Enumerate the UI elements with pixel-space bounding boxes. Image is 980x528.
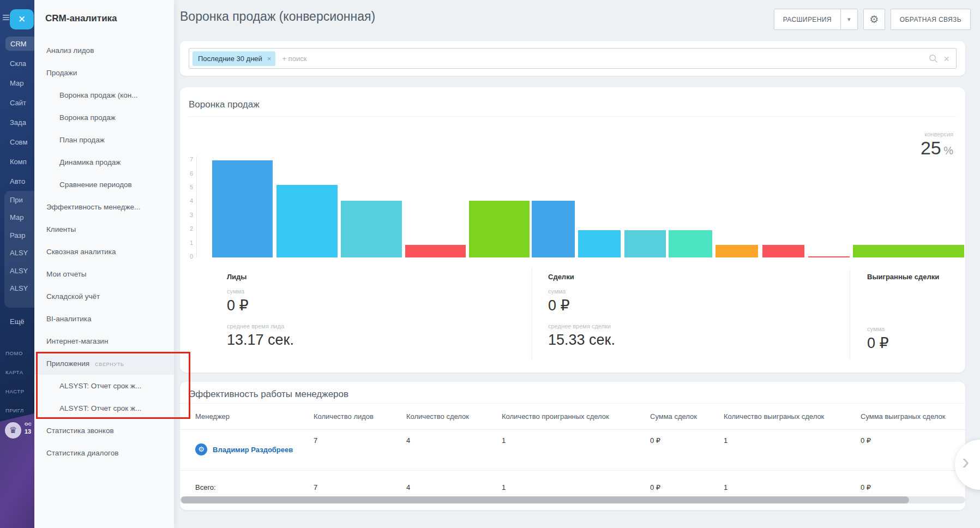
- menu-item-Приложения[interactable]: ПриложенияСВЕРНУТЬ: [34, 352, 174, 375]
- funnel-bar-deals-5[interactable]: [532, 201, 575, 257]
- funnel-bar-leads-2[interactable]: [341, 201, 402, 257]
- funnel-bar-leads-0[interactable]: [212, 160, 273, 257]
- menu-item-Эффективность менедже...[interactable]: Эффективность менедже...: [34, 196, 174, 218]
- stat-label: сумма: [548, 288, 615, 295]
- menu-item-BI-аналитика[interactable]: BI-аналитика: [34, 308, 174, 330]
- chip-close-icon[interactable]: ×: [267, 55, 272, 63]
- dock-footer-item-ПОМО[interactable]: ПОМО: [0, 344, 34, 363]
- settings-button[interactable]: ⚙: [863, 9, 885, 30]
- y-tick-7: 7: [181, 156, 193, 163]
- dock-item-Скла[interactable]: Скла: [0, 53, 34, 73]
- menu-item-Клиенты[interactable]: Клиенты: [34, 218, 174, 241]
- dock-sidebar: ≡ ✕ CRMСклаМарСайтЗадаСовмКомпАвтоПриМар…: [0, 0, 34, 528]
- dock-item-Разр[interactable]: Разр: [0, 226, 34, 244]
- menu-item-Статистика диалогов[interactable]: Статистика диалогов: [34, 442, 174, 464]
- menu-item-Складской учёт[interactable]: Складской учёт: [34, 285, 174, 308]
- table-cell-value: 1: [502, 430, 650, 470]
- funnel-bar-leads-3[interactable]: [405, 245, 466, 257]
- manager-avatar-icon: ⚙: [195, 443, 207, 455]
- scrollbar-thumb[interactable]: [181, 496, 909, 503]
- column-header-Количество лидов[interactable]: Количество лидов: [314, 412, 406, 421]
- menu-item-Динамика продаж[interactable]: Динамика продаж: [34, 151, 174, 173]
- search-placeholder: + поиск: [282, 55, 306, 63]
- column-header-Количество проигранных сделок[interactable]: Количество проигранных сделок: [502, 412, 650, 421]
- dock-item-Мар[interactable]: Мар: [0, 209, 34, 227]
- menu-item-label: BI-аналитика: [46, 315, 92, 323]
- funnel-bar-won-12[interactable]: [853, 245, 964, 257]
- dock-item-Мар[interactable]: Мар: [0, 73, 34, 93]
- funnel-bar-deals-8[interactable]: [669, 230, 712, 257]
- dock-item-ALSY[interactable]: ALSY: [0, 262, 34, 280]
- dock-item-Сайт[interactable]: Сайт: [0, 93, 34, 112]
- y-tick-3: 3: [181, 212, 193, 218]
- plan-widget[interactable]: ♛ ОС 13: [0, 413, 34, 528]
- stat-row: сумма0 ₽: [548, 288, 615, 314]
- funnel-bar-deals-11[interactable]: [808, 256, 850, 257]
- menu-item-Воронка продаж (кон...[interactable]: Воронка продаж (кон...: [34, 84, 174, 106]
- menu-item-label: Воронка продаж (кон...: [59, 91, 137, 99]
- column-header-Менеджер[interactable]: Менеджер: [195, 412, 314, 421]
- column-header-Количество выиграных сделок[interactable]: Количество выиграных сделок: [724, 412, 861, 421]
- table-cell-value: 1: [724, 430, 861, 470]
- close-icon: ✕: [18, 14, 26, 25]
- dock-item-Совм[interactable]: Совм: [0, 132, 34, 152]
- menu-item-Продажи[interactable]: Продажи: [34, 62, 174, 84]
- menu-item-Анализ лидов[interactable]: Анализ лидов: [34, 39, 174, 62]
- menu-item-Сквозная аналитика[interactable]: Сквозная аналитика: [34, 241, 174, 263]
- menu-item-План продаж[interactable]: План продаж: [34, 129, 174, 151]
- dock-item-При[interactable]: При: [0, 191, 34, 209]
- funnel-bar-deals-6[interactable]: [578, 230, 621, 257]
- funnel-bar-deals-9[interactable]: [716, 245, 758, 257]
- menu-item-label: Клиенты: [46, 225, 76, 233]
- stat-value: 13.17 сек.: [227, 332, 294, 349]
- menu-item-Сравнение периодов[interactable]: Сравнение периодов: [34, 173, 174, 196]
- dock-item-ALSY[interactable]: ALSY: [0, 280, 34, 298]
- column-header-Количество сделок[interactable]: Количество сделок: [406, 412, 502, 421]
- stats-divider: [532, 267, 532, 360]
- menu-close-button[interactable]: ✕: [10, 9, 34, 29]
- feedback-button-label: ОБРАТНАЯ СВЯЗЬ: [900, 16, 961, 23]
- menu-item-Статистика звонков[interactable]: Статистика звонков: [34, 419, 174, 442]
- dock-item-CRM[interactable]: CRM: [5, 37, 34, 51]
- hamburger-menu-icon[interactable]: ≡: [2, 12, 10, 23]
- dock-nav: CRMСклаМарСайтЗадаСовмКомпАвтоПриМарРазр…: [0, 34, 34, 331]
- managers-card-title: Эффективность работы менеджеров: [189, 389, 348, 400]
- dock-item-Комп[interactable]: Комп: [0, 152, 34, 171]
- funnel-bar-leads-4[interactable]: [469, 201, 530, 257]
- filter-card: Последние 30 дней × + поиск ×: [180, 41, 965, 76]
- funnel-bar-deals-7[interactable]: [624, 230, 666, 257]
- manager-name-link[interactable]: Владимир Раздобреев: [213, 446, 293, 454]
- dock-footer-item-КАРТА[interactable]: КАРТА: [0, 363, 34, 382]
- menu-item-ALSYST: Отчет срок ж...[interactable]: ALSYST: Отчет срок ж...: [34, 397, 174, 419]
- collapse-badge[interactable]: СВЕРНУТЬ: [95, 362, 124, 367]
- menu-item-label: Приложения: [46, 359, 89, 368]
- dock-item-ALSY[interactable]: ALSY: [0, 244, 34, 262]
- stat-label: сумма: [227, 288, 294, 295]
- filter-search-input[interactable]: Последние 30 дней × + поиск ×: [189, 48, 957, 69]
- horizontal-scrollbar[interactable]: [180, 496, 965, 503]
- y-tick-4: 4: [181, 197, 193, 204]
- funnel-bar-leads-1[interactable]: [276, 185, 338, 257]
- filter-chip-period[interactable]: Последние 30 дней ×: [193, 51, 275, 66]
- dock-item-Ещё[interactable]: Ещё: [0, 311, 34, 331]
- menu-item-Мои отчеты[interactable]: Мои отчеты: [34, 263, 174, 285]
- chevron-down-icon[interactable]: ▾: [841, 16, 857, 23]
- dock-footer-item-НАСТР[interactable]: НАСТР: [0, 382, 34, 401]
- table-cell-value: 0 ₽: [861, 430, 965, 470]
- extensions-button[interactable]: РАСШИРЕНИЯ ▾: [774, 9, 858, 30]
- menu-item-Воронка продаж[interactable]: Воронка продаж: [34, 106, 174, 129]
- funnel-bar-deals-10[interactable]: [762, 245, 804, 257]
- search-icon[interactable]: [929, 54, 938, 63]
- column-header-Сумма выиграных сделок[interactable]: Сумма выиграных сделок: [861, 412, 965, 421]
- total-cell-value: 4: [406, 471, 502, 510]
- stat-col-Выигранные сделки: Выигранные сделкисумма0 ₽: [867, 273, 939, 361]
- clear-search-icon[interactable]: ×: [943, 53, 949, 64]
- dock-item-Зада[interactable]: Зада: [0, 112, 34, 132]
- menu-item-Интернет-магазин[interactable]: Интернет-магазин: [34, 330, 174, 352]
- dock-item-Авто[interactable]: Авто: [0, 171, 34, 191]
- column-header-Сумма сделок[interactable]: Сумма сделок: [650, 412, 724, 421]
- filter-chip-label: Последние 30 дней: [198, 55, 262, 63]
- stat-value: 0 ₽: [867, 334, 939, 352]
- menu-item-ALSYST: Отчет срок ж...[interactable]: ALSYST: Отчет срок ж...: [34, 375, 174, 397]
- feedback-button[interactable]: ОБРАТНАЯ СВЯЗЬ: [891, 9, 971, 30]
